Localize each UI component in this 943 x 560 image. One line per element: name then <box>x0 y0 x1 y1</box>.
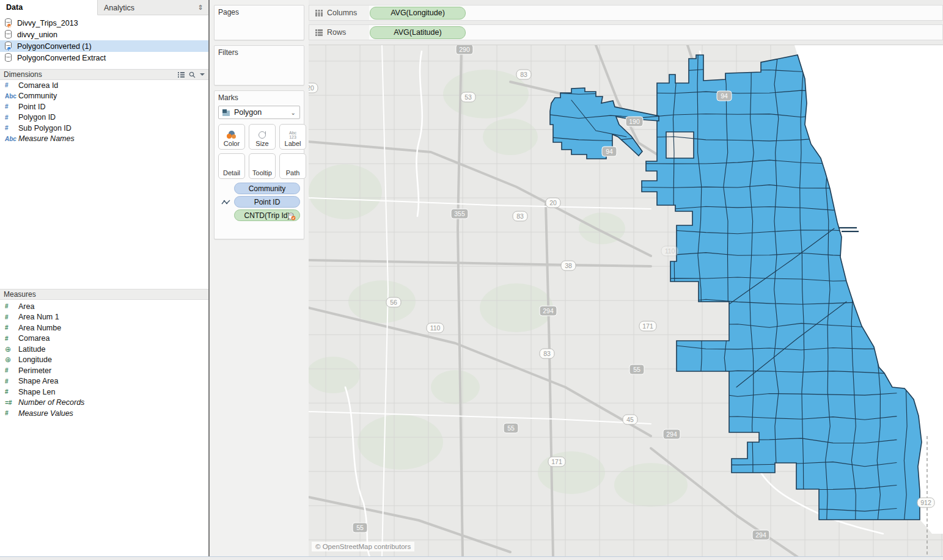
pill-point-id[interactable]: Point ID <box>234 196 300 208</box>
dimension-field-polygon-id[interactable]: #Polygon ID <box>0 112 208 123</box>
measure-field-area[interactable]: #Area <box>0 301 208 312</box>
number-icon: # <box>5 388 18 395</box>
label-icon: Abc123 <box>289 131 296 139</box>
svg-text:56: 56 <box>390 299 397 306</box>
measure-field-comarea[interactable]: #Comarea <box>0 333 208 344</box>
measure-field-longitude[interactable]: ⊕Longitude <box>0 355 208 366</box>
mark-button-label: Size <box>255 140 268 147</box>
svg-text:171: 171 <box>642 322 653 330</box>
pill-avg-latitude[interactable]: AVG(Latitude) <box>370 26 466 39</box>
number-icon: # <box>5 314 18 321</box>
tab-analytics[interactable]: Analytics <box>98 0 193 15</box>
filters-title: Filters <box>218 48 300 57</box>
tooltip-button[interactable]: Tooltip <box>249 153 276 179</box>
svg-text:290: 290 <box>459 46 470 53</box>
globe-icon: ⊕ <box>5 345 18 354</box>
highway-shield-20: 20 <box>309 83 318 93</box>
view-as-list-icon[interactable] <box>178 72 185 78</box>
highway-shield-55: 55 <box>353 523 367 533</box>
marks-buttons: ColorSizeAbc123LabelDetailTooltipPath <box>218 124 300 179</box>
data-source-label: PolygonConverted Extract <box>17 54 106 62</box>
dimension-field-measure-names[interactable]: AbcMeasure Names <box>0 134 208 145</box>
label-button[interactable]: Abc123Label <box>279 124 306 150</box>
pill-avg-longitude[interactable]: AVG(Longitude) <box>370 7 466 20</box>
svg-text:355: 355 <box>454 210 465 217</box>
number-icon: # <box>5 82 18 89</box>
mark-button-label: Path <box>286 169 300 176</box>
field-label: Community <box>18 92 57 100</box>
svg-text:20: 20 <box>309 84 314 92</box>
data-pane: Data Analytics ⇕ Divvy_Trips_2013divvy_u… <box>0 0 208 558</box>
path-button[interactable]: Path <box>279 153 306 179</box>
sort-fields-icon[interactable]: ⇕ <box>193 0 208 15</box>
shelf-area: Columns AVG(Longitude) Rows AVG(Latitude… <box>309 0 943 45</box>
marks-title: Marks <box>218 93 300 102</box>
field-label: Sub Polygon ID <box>18 124 72 133</box>
marks-card: Marks Polygon ⌄ ColorSizeAbc123LabelDeta… <box>214 90 304 239</box>
dimension-field-community[interactable]: AbcCommunity <box>0 91 208 102</box>
svg-text:55: 55 <box>507 424 515 432</box>
field-label: Measure Names <box>18 134 75 143</box>
polygon-mark-icon <box>222 109 230 116</box>
data-source-item[interactable]: PolygonConverted Extract <box>0 52 208 64</box>
filters-card: Filters <box>214 45 304 85</box>
dimension-field-point-id[interactable]: #Point ID <box>0 101 208 112</box>
highway-shield-94: 94 <box>717 91 732 101</box>
field-label: Point ID <box>18 103 45 111</box>
pill-label: Community <box>249 184 286 193</box>
marks-pills: CommunityPoint IDCNTD(Trip Id) <box>218 183 300 221</box>
highway-shield-94: 94 <box>602 147 617 156</box>
map-view[interactable]: 2029083539419094203558311038562941711108… <box>309 45 943 556</box>
data-source-item[interactable]: PolygonConverted (1) <box>0 40 208 52</box>
field-label: Area <box>18 302 34 311</box>
number-icon: # <box>5 303 18 310</box>
measure-field-number-of-records[interactable]: =#Number of Records <box>0 398 208 409</box>
measure-field-measure-values[interactable]: #Measure Values <box>0 408 208 419</box>
map-canvas[interactable]: 2029083539419094203558311038562941711108… <box>309 45 943 557</box>
highway-shield-53: 53 <box>461 92 475 102</box>
highway-shield-171: 171 <box>548 457 565 467</box>
field-label: Number of Records <box>18 398 84 407</box>
pill-community[interactable]: Community <box>234 183 300 194</box>
pages-card: Pages <box>214 5 304 40</box>
search-icon[interactable] <box>189 71 196 78</box>
dimension-field-sub-polygon-id[interactable]: #Sub Polygon ID <box>0 123 208 134</box>
measure-field-latitude[interactable]: ⊕Latitude <box>0 344 208 355</box>
mark-type-dropdown[interactable]: Polygon ⌄ <box>218 106 300 119</box>
measure-field-perimeter[interactable]: #Perimeter <box>0 365 208 376</box>
svg-text:38: 38 <box>565 262 572 269</box>
highway-shield-83: 83 <box>516 70 531 79</box>
measure-field-area-numbe[interactable]: #Area Numbe <box>0 322 208 333</box>
columns-shelf[interactable]: Columns AVG(Longitude) <box>309 5 943 21</box>
rows-shelf[interactable]: Rows AVG(Latitude) <box>309 24 943 40</box>
map-attribution: © OpenStreetMap contributors <box>312 542 414 551</box>
color-icon <box>227 131 237 139</box>
data-source-item[interactable]: divvy_union <box>0 29 208 40</box>
tab-data[interactable]: Data <box>0 0 98 15</box>
highway-shield-294: 294 <box>752 530 769 540</box>
measure-field-area-num-1[interactable]: #Area Num 1 <box>0 312 208 323</box>
highway-shield-38: 38 <box>561 261 576 271</box>
number-icon: # <box>5 125 18 131</box>
measures-header: Measures <box>0 289 208 300</box>
color-button[interactable]: Color <box>218 124 245 150</box>
dimensions-title: Dimensions <box>4 70 42 79</box>
detail-button[interactable]: Detail <box>218 153 245 179</box>
dimension-field-comarea-id[interactable]: #Comarea Id <box>0 80 208 91</box>
globe-icon: ⊕ <box>5 355 18 364</box>
data-source-item[interactable]: Divvy_Trips_2013 <box>0 17 208 29</box>
chevron-down-icon[interactable] <box>200 73 205 76</box>
highway-shield-355: 355 <box>451 209 468 219</box>
measure-field-shape-area[interactable]: #Shape Area <box>0 376 208 387</box>
highway-shield-83: 83 <box>540 349 554 358</box>
size-button[interactable]: Size <box>249 124 276 150</box>
rows-icon <box>315 29 323 36</box>
measure-field-shape-len[interactable]: #Shape Len <box>0 387 208 398</box>
highway-shield-294: 294 <box>663 429 680 439</box>
svg-text:294: 294 <box>666 431 677 438</box>
pill-label: Point ID <box>254 198 281 206</box>
pill-cntd-trip-id-[interactable]: CNTD(Trip Id) <box>234 209 300 221</box>
svg-text:45: 45 <box>626 416 634 423</box>
measures-list: #Area#Area Num 1#Area Numbe#Comarea⊕Lati… <box>0 301 208 419</box>
data-source-label: PolygonConverted (1) <box>17 42 92 51</box>
